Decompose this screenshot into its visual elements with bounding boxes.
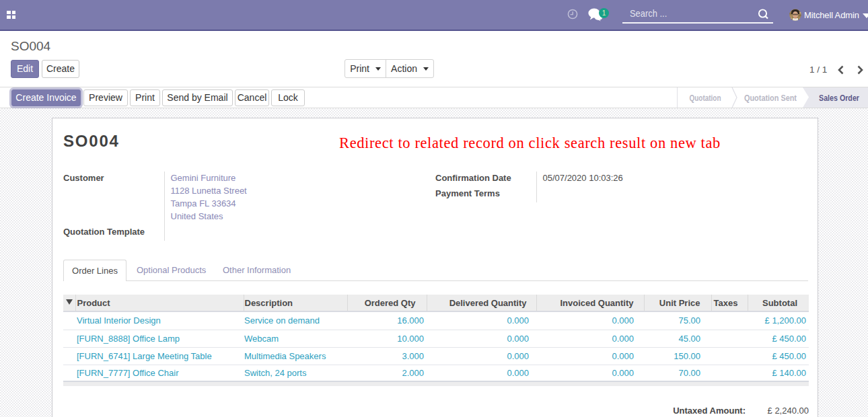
- svg-text:Quotation Sent: Quotation Sent: [744, 93, 797, 103]
- svg-text:Quotation: Quotation: [690, 93, 721, 103]
- svg-text:Sales Order: Sales Order: [819, 93, 859, 103]
